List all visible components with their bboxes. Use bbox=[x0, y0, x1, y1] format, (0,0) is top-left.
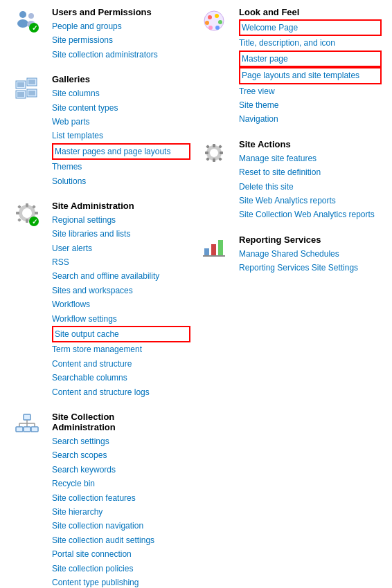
svg-point-0 bbox=[19, 11, 26, 18]
galleries-title: Galleries bbox=[52, 74, 190, 84]
web-analytics-link[interactable]: Site Web Analytics reports bbox=[239, 194, 382, 208]
term-store-link[interactable]: Term store management bbox=[52, 342, 190, 356]
site-collection-admin-content: Site CollectionAdministration Search set… bbox=[52, 412, 190, 588]
two-column-layout: ✓ Users and Permissions People and group… bbox=[10, 7, 382, 588]
content-structure-logs-link[interactable]: Content and structure logs bbox=[52, 385, 190, 399]
people-groups-link[interactable]: People and groups bbox=[52, 19, 190, 33]
manage-shared-schedules-link[interactable]: Manage Shared Schedules bbox=[239, 247, 382, 261]
user-alerts-link[interactable]: User alerts bbox=[52, 241, 190, 255]
svg-point-2 bbox=[28, 13, 34, 19]
svg-rect-46 bbox=[205, 151, 208, 154]
navigation-link[interactable]: Navigation bbox=[239, 112, 382, 126]
themes-link[interactable]: Themes bbox=[52, 160, 190, 174]
svg-text:✓: ✓ bbox=[32, 24, 37, 32]
look-feel-links: Welcome Page Title, description, and ico… bbox=[239, 19, 382, 127]
svg-rect-33 bbox=[24, 427, 30, 432]
manage-site-features-link[interactable]: Manage site features bbox=[239, 151, 382, 165]
site-actions-content: Site Actions Manage site features Reset … bbox=[239, 139, 382, 222]
svg-text:✓: ✓ bbox=[32, 218, 37, 226]
site-collection-admin-links: Search settings Search scopes Search key… bbox=[52, 434, 190, 588]
site-administration-links: Regional settings Site libraries and lis… bbox=[52, 213, 190, 399]
site-administration-content: Site Administration Regional settings Si… bbox=[52, 201, 190, 399]
content-type-publishing-link[interactable]: Content type publishing bbox=[52, 576, 190, 588]
site-collection-admin-title: Site CollectionAdministration bbox=[52, 412, 190, 432]
tree-view-link[interactable]: Tree view bbox=[239, 84, 382, 98]
svg-rect-16 bbox=[26, 203, 28, 207]
site-actions-title: Site Actions bbox=[239, 139, 382, 149]
svg-point-43 bbox=[210, 149, 218, 157]
site-admin-icon: ✓ bbox=[10, 202, 44, 227]
sites-workspaces-link[interactable]: Sites and workspaces bbox=[52, 284, 190, 297]
site-collection-audit-link[interactable]: Site collection audit settings bbox=[52, 533, 190, 547]
site-theme-link[interactable]: Site theme bbox=[239, 98, 382, 112]
svg-rect-45 bbox=[213, 158, 215, 162]
look-feel-icon bbox=[197, 8, 231, 33]
reset-site-definition-link[interactable]: Reset to site definition bbox=[239, 165, 382, 179]
search-offline-link[interactable]: Search and offline availability bbox=[52, 269, 190, 283]
site-collection-admins-link[interactable]: Site collection administrators bbox=[52, 48, 190, 62]
rss-link[interactable]: RSS bbox=[52, 255, 190, 269]
site-collection-features-link[interactable]: Site collection features bbox=[52, 491, 190, 505]
svg-rect-13 bbox=[28, 91, 35, 95]
site-hierarchy-link[interactable]: Site hierarchy bbox=[52, 505, 190, 519]
svg-rect-18 bbox=[16, 212, 19, 214]
section-site-actions: Site Actions Manage site features Reset … bbox=[197, 139, 382, 222]
page-wrapper: ✓ Users and Permissions People and group… bbox=[0, 0, 392, 588]
site-collection-icon bbox=[10, 413, 44, 438]
reporting-services-content: Reporting Services Manage Shared Schedul… bbox=[239, 235, 382, 275]
site-actions-links: Manage site features Reset to site defin… bbox=[239, 151, 382, 222]
svg-rect-9 bbox=[28, 80, 35, 84]
delete-site-link[interactable]: Delete this site bbox=[239, 180, 382, 194]
reporting-site-settings-link[interactable]: Reporting Services Site Settings bbox=[239, 261, 382, 275]
look-feel-content: Look and Feel Welcome Page Title, descri… bbox=[239, 7, 382, 127]
svg-rect-44 bbox=[213, 144, 215, 147]
site-content-types-link[interactable]: Site content types bbox=[52, 101, 190, 115]
content-structure-link[interactable]: Content and structure bbox=[52, 357, 190, 371]
site-collection-policies-link[interactable]: Site collection policies bbox=[52, 562, 190, 576]
welcome-page-link[interactable]: Welcome Page bbox=[242, 23, 298, 33]
search-scopes-link[interactable]: Search scopes bbox=[52, 448, 190, 462]
site-permissions-link[interactable]: Site permissions bbox=[52, 33, 190, 47]
reporting-services-title: Reporting Services bbox=[239, 235, 382, 245]
master-pages-link[interactable]: Master pages and page layouts bbox=[55, 147, 170, 156]
site-columns-link[interactable]: Site columns bbox=[52, 86, 190, 100]
svg-point-41 bbox=[205, 21, 209, 25]
solutions-link[interactable]: Solutions bbox=[52, 174, 190, 188]
search-keywords-link[interactable]: Search keywords bbox=[52, 463, 190, 477]
users-icon: ✓ bbox=[10, 8, 44, 33]
page-layouts-link[interactable]: Page layouts and site templates bbox=[242, 71, 359, 80]
svg-rect-19 bbox=[35, 212, 38, 214]
look-feel-title: Look and Feel bbox=[239, 7, 382, 17]
svg-point-40 bbox=[208, 26, 213, 30]
svg-rect-47 bbox=[220, 151, 223, 154]
svg-rect-55 bbox=[218, 240, 223, 255]
site-actions-icon bbox=[197, 140, 231, 165]
recycle-bin-link[interactable]: Recycle bin bbox=[52, 477, 190, 490]
svg-rect-34 bbox=[31, 427, 38, 432]
searchable-columns-link[interactable]: Searchable columns bbox=[52, 371, 190, 385]
section-site-administration: ✓ Site Administration Regional settings … bbox=[10, 201, 190, 399]
reporting-icon bbox=[197, 236, 231, 261]
portal-site-connection-link[interactable]: Portal site connection bbox=[52, 547, 190, 561]
svg-point-37 bbox=[215, 14, 219, 18]
section-look-feel: Look and Feel Welcome Page Title, descri… bbox=[197, 7, 382, 127]
site-libraries-link[interactable]: Site libraries and lists bbox=[52, 227, 190, 241]
web-parts-link[interactable]: Web parts bbox=[52, 115, 190, 129]
workflow-settings-link[interactable]: Workflow settings bbox=[52, 312, 190, 326]
master-page-link[interactable]: Master page bbox=[242, 54, 288, 64]
svg-point-36 bbox=[208, 15, 212, 19]
collection-analytics-link[interactable]: Site Collection Web Analytics reports bbox=[239, 208, 382, 221]
workflows-link[interactable]: Workflows bbox=[52, 297, 190, 311]
users-permissions-links: People and groups Site permissions Site … bbox=[52, 19, 190, 62]
svg-rect-11 bbox=[17, 92, 24, 97]
title-description-link[interactable]: Title, description, and icon bbox=[239, 36, 382, 50]
svg-rect-26 bbox=[24, 414, 30, 420]
search-settings-link[interactable]: Search settings bbox=[52, 434, 190, 448]
section-users-permissions: ✓ Users and Permissions People and group… bbox=[10, 7, 190, 62]
section-reporting-services: Reporting Services Manage Shared Schedul… bbox=[197, 235, 382, 275]
svg-point-39 bbox=[215, 26, 220, 30]
site-collection-navigation-link[interactable]: Site collection navigation bbox=[52, 519, 190, 533]
list-templates-link[interactable]: List templates bbox=[52, 129, 190, 143]
site-output-cache-link[interactable]: Site output cache bbox=[55, 329, 119, 339]
regional-settings-link[interactable]: Regional settings bbox=[52, 213, 190, 227]
